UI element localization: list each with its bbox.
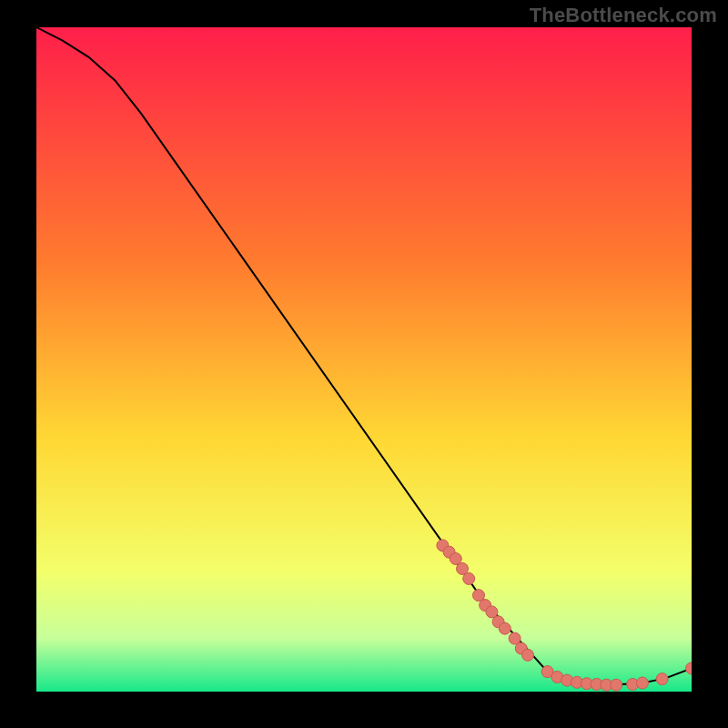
- bottleneck-curve-chart: [36, 27, 692, 692]
- data-point: [522, 649, 534, 661]
- plot-area: [36, 27, 692, 692]
- data-point: [499, 622, 511, 634]
- data-point: [611, 679, 622, 691]
- data-point: [656, 673, 668, 685]
- data-point: [463, 572, 475, 584]
- watermark-text: TheBottleneck.com: [530, 4, 717, 27]
- chart-frame: TheBottleneck.com: [0, 0, 728, 728]
- data-point: [637, 677, 649, 689]
- gradient-background: [36, 27, 692, 692]
